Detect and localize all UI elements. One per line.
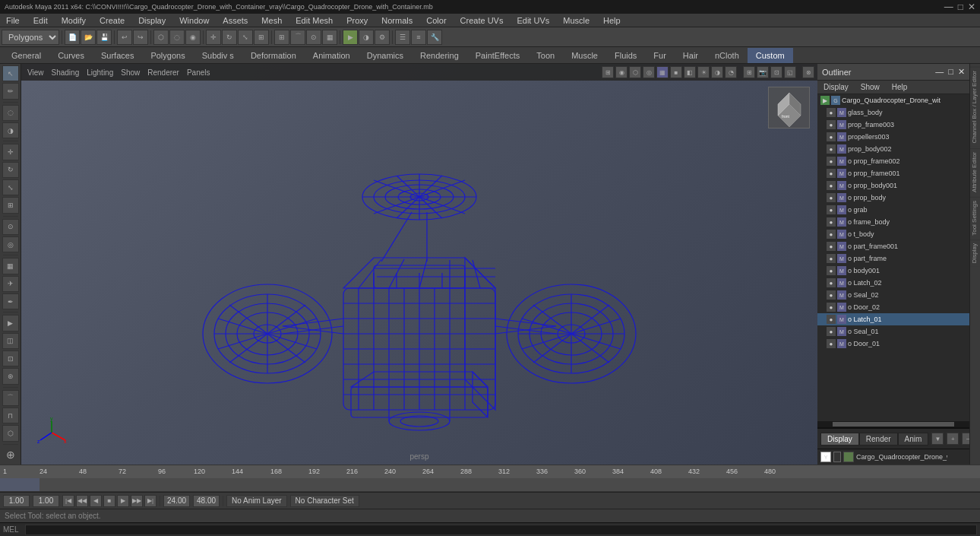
- menu-item-edit-uvs[interactable]: Edit UVs: [514, 16, 552, 25]
- sculpt-tool[interactable]: ◑: [2, 122, 19, 138]
- vis-icon[interactable]: ●: [827, 181, 836, 190]
- vp-show-menu[interactable]: Show: [118, 68, 143, 77]
- tab-surfaces[interactable]: Surfaces: [93, 48, 142, 63]
- vis-icon[interactable]: ●: [827, 230, 836, 239]
- snap-curve-icon[interactable]: ⌒: [290, 30, 305, 45]
- vis-icon[interactable]: ●: [827, 120, 836, 129]
- menu-item-create-uvs[interactable]: Create UVs: [457, 16, 507, 25]
- outliner-item-prop-frame003[interactable]: ● M prop_frame003: [817, 119, 969, 131]
- go-to-end-btn[interactable]: ▶|: [144, 495, 156, 507]
- vis-icon[interactable]: ●: [827, 303, 836, 312]
- surface-tool[interactable]: ⊓: [2, 408, 19, 423]
- mel-input[interactable]: [25, 525, 977, 535]
- select-icon[interactable]: ⬡: [153, 30, 169, 45]
- vis-icon[interactable]: ●: [827, 266, 836, 275]
- joint-tool[interactable]: ⊛: [2, 368, 19, 384]
- play-back-btn[interactable]: ◀: [90, 495, 102, 507]
- outliner-item-prop-frame001[interactable]: ● M o prop_frame001: [817, 167, 969, 179]
- outliner-close-btn[interactable]: ✕: [958, 67, 965, 77]
- vp-lighting-menu[interactable]: Lighting: [84, 68, 116, 77]
- layer-visible-checkbox[interactable]: Y: [820, 452, 831, 462]
- title-bar-controls[interactable]: — □ ✕: [944, 2, 975, 12]
- fly-tool[interactable]: ✈: [2, 276, 19, 292]
- menu-item-modify[interactable]: Modify: [58, 16, 89, 25]
- outliner-window-controls[interactable]: — □ ✕: [935, 67, 965, 77]
- deform-tool[interactable]: ⊡: [2, 350, 19, 366]
- vis-icon[interactable]: ●: [827, 290, 836, 300]
- outliner-list[interactable]: ▶ G Cargo_Quadrocopter_Drone_with_Cont ●…: [817, 94, 969, 421]
- new-file-icon[interactable]: 📄: [65, 30, 80, 45]
- vp-snap-icon[interactable]: ⊗: [802, 66, 814, 78]
- layer-tab-anim[interactable]: Anim: [898, 433, 929, 446]
- lasso-icon[interactable]: ◌: [169, 30, 185, 45]
- outliner-item-body001[interactable]: ● M o body001: [817, 265, 969, 277]
- vis-icon[interactable]: ●: [827, 169, 836, 178]
- outliner-root-item[interactable]: ▶ G Cargo_Quadrocopter_Drone_with_Cont: [817, 94, 969, 106]
- minimize-button[interactable]: —: [944, 2, 953, 12]
- vis-icon[interactable]: ●: [827, 242, 836, 251]
- outliner-item-seal-01[interactable]: ● M o Seal_01: [817, 325, 969, 338]
- menu-item-normals[interactable]: Normals: [378, 16, 416, 25]
- side-tab-channel-box[interactable]: Channel Box / Layer Editor: [970, 67, 980, 147]
- outliner-show-menu[interactable]: Show: [858, 83, 883, 91]
- outliner-item-propellers003[interactable]: ● M propellers003: [817, 131, 969, 143]
- pencil-tool[interactable]: ✒: [2, 293, 19, 309]
- view-cube[interactable]: front: [768, 87, 810, 128]
- vp-view-menu[interactable]: View: [24, 68, 47, 77]
- outliner-display-menu[interactable]: Display: [820, 83, 852, 91]
- redo-icon[interactable]: ↪: [133, 30, 148, 45]
- show-manipulator-tool[interactable]: ◎: [2, 236, 19, 252]
- rotate-icon[interactable]: ↻: [222, 30, 237, 45]
- outliner-item-prop-body[interactable]: ● M o prop_body: [817, 192, 969, 204]
- go-to-start-btn[interactable]: |◀: [62, 495, 74, 507]
- scale-icon[interactable]: ⤡: [238, 30, 253, 45]
- channel-box-icon[interactable]: ≡: [411, 30, 426, 45]
- vis-icon[interactable]: ●: [827, 193, 836, 202]
- tab-hair[interactable]: Hair: [675, 48, 707, 63]
- menu-item-edit-mesh[interactable]: Edit Mesh: [292, 16, 336, 25]
- current-frame-input[interactable]: [33, 495, 59, 507]
- rotate-tool[interactable]: ↻: [2, 162, 19, 178]
- mode-selector[interactable]: Polygons Curves Surfaces: [2, 30, 59, 45]
- vp-camera-icon[interactable]: 📷: [757, 66, 769, 78]
- snap-plane-icon[interactable]: ▦: [322, 30, 337, 45]
- paint-select-icon[interactable]: ◉: [185, 30, 201, 45]
- render-icon[interactable]: ▶: [343, 30, 358, 45]
- layer-tab-render[interactable]: Render: [859, 433, 898, 446]
- step-fwd-btn[interactable]: ▶▶: [131, 495, 143, 507]
- tab-ncloth[interactable]: nCloth: [707, 48, 748, 63]
- curve-tool[interactable]: ⌒: [2, 390, 19, 406]
- viewport[interactable]: View Shading Lighting Show Renderer Pane…: [21, 64, 817, 465]
- vis-icon[interactable]: ●: [827, 254, 836, 263]
- outliner-item-latch-01[interactable]: ● M o Latch_01: [817, 313, 969, 325]
- tab-fur[interactable]: Fur: [645, 48, 675, 63]
- move-tool[interactable]: ✛: [2, 144, 19, 160]
- outliner-minimize-btn[interactable]: —: [935, 67, 944, 77]
- scale-tool[interactable]: ⤡: [2, 179, 19, 195]
- menu-item-muscle[interactable]: Muscle: [560, 16, 593, 25]
- start-frame-input[interactable]: [3, 495, 30, 507]
- tab-dynamics[interactable]: Dynamics: [359, 48, 412, 63]
- open-file-icon[interactable]: 📂: [81, 30, 96, 45]
- tab-curves[interactable]: Curves: [49, 48, 93, 63]
- menu-item-create[interactable]: Create: [96, 16, 128, 25]
- outliner-item-prop-frame002[interactable]: ● M o prop_frame002: [817, 155, 969, 167]
- render-tool[interactable]: ▶: [2, 315, 19, 331]
- vp-frame-all-icon[interactable]: ⬡: [629, 66, 641, 78]
- tab-rendering[interactable]: Rendering: [412, 48, 467, 63]
- vp-panels-menu[interactable]: Panels: [184, 68, 213, 77]
- outliner-item-glass-body[interactable]: ● M glass_body: [817, 106, 969, 119]
- menu-item-file[interactable]: File: [3, 16, 23, 25]
- outliner-item-grab[interactable]: ● M o grab: [817, 204, 969, 216]
- outliner-item-visibility-icon[interactable]: ▶: [820, 96, 830, 105]
- subdiv-tool[interactable]: ◫: [2, 333, 19, 349]
- vis-icon[interactable]: ●: [827, 339, 836, 348]
- maximize-button[interactable]: □: [958, 2, 963, 12]
- snap-grid-icon[interactable]: ⊞: [274, 30, 289, 45]
- vp-resolution-icon[interactable]: ⊡: [770, 66, 782, 78]
- vis-icon[interactable]: ●: [827, 132, 836, 141]
- ipr-icon[interactable]: ◑: [359, 30, 374, 45]
- layer-new-btn[interactable]: +: [947, 433, 959, 445]
- menu-item-help[interactable]: Help: [600, 16, 624, 25]
- vp-shading-menu[interactable]: Shading: [49, 68, 83, 77]
